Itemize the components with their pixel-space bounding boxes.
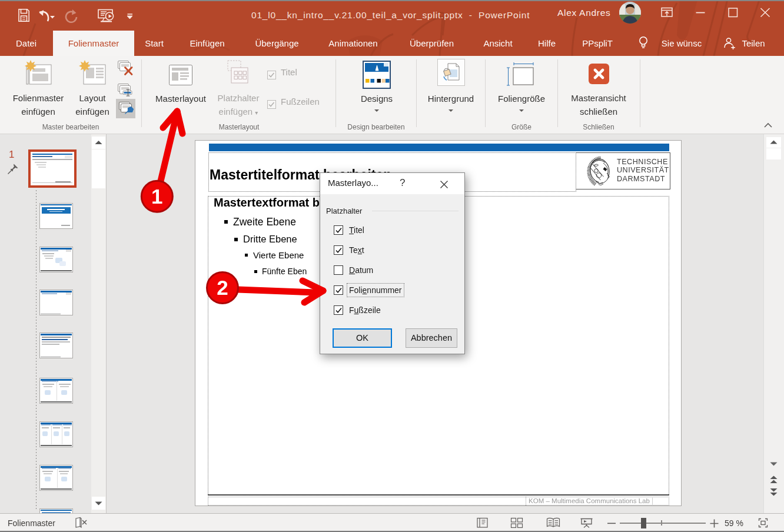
svg-text:DARMSTADT: DARMSTADT [617,175,665,183]
svg-text:UNIVERSITÄT: UNIVERSITÄT [617,166,669,174]
svg-text:TECHNISCHE: TECHNISCHE [617,158,668,166]
